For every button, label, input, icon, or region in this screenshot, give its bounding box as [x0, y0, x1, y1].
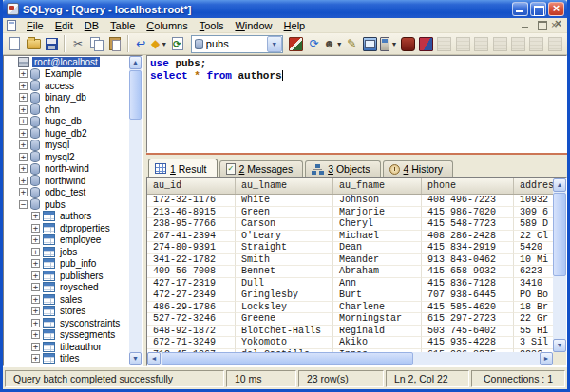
table-row[interactable]: 648-92-1872Blotchet-HallsReginald503 745… [147, 326, 553, 338]
grid-scroll-left-icon[interactable]: ◄ [147, 352, 161, 365]
tab-result[interactable]: 1 Result [148, 159, 218, 177]
table-row[interactable]: 274-80-9391StraightDean415 834-29195420 [147, 242, 553, 254]
menu-help[interactable]: Help [278, 19, 312, 32]
expand-icon[interactable]: + [19, 177, 28, 185]
grid-horizontal-scrollbar[interactable]: ◄ ► [147, 352, 553, 365]
table-row[interactable]: 486-29-1786LocksleyCharlene415 585-46201… [147, 302, 553, 314]
grid-scroll-down-icon[interactable]: ▼ [553, 339, 566, 352]
tree-item-root-localhost[interactable]: root@localhost [4, 56, 129, 68]
expand-icon[interactable]: + [31, 235, 40, 244]
grid-vscroll-thumb[interactable] [553, 193, 566, 276]
collapse-icon[interactable]: − [19, 200, 28, 209]
mdi-restore-button[interactable] [535, 19, 549, 31]
expand-icon[interactable]: + [19, 164, 28, 173]
tree-item-odbc-test[interactable]: +odbc_test [4, 187, 129, 199]
execute-mode-button[interactable]: ◆▼ [150, 34, 168, 53]
refresh-object-browser-button[interactable]: ⟳ [305, 34, 323, 53]
table-row[interactable]: 238-95-7766CarsonCheryl415 548-7723589 D [147, 218, 553, 231]
tree-scrollbar[interactable]: ▲ ▼ [129, 56, 142, 365]
maximize-button[interactable] [530, 2, 546, 16]
menu-window[interactable]: Window [229, 19, 277, 32]
tree-item-mysql[interactable]: +mysql [4, 140, 129, 152]
expand-icon[interactable]: + [31, 330, 40, 339]
copy-button[interactable] [87, 34, 105, 53]
mdi-child-icon[interactable] [7, 20, 16, 31]
new-file-button[interactable] [6, 34, 24, 53]
menu-file[interactable]: File [21, 19, 49, 32]
menu-tools[interactable]: Tools [194, 19, 230, 32]
import-data-button[interactable] [417, 34, 435, 53]
tree-item-access[interactable]: +access [4, 80, 129, 92]
grid-hscroll-thumb[interactable] [162, 352, 413, 365]
tree-item-dtproperties[interactable]: +dtproperties [4, 222, 129, 234]
cut-button[interactable]: ✂ [68, 34, 86, 53]
column-header-au_fname[interactable]: au_fname [333, 178, 422, 194]
tree-scroll-down-icon[interactable]: ▼ [129, 352, 142, 365]
tree-scroll-up-icon[interactable]: ▲ [129, 56, 142, 69]
tree-item-huge-db[interactable]: +huge_db [4, 116, 129, 128]
menu-table[interactable]: Table [104, 19, 141, 32]
expand-icon[interactable]: + [31, 224, 40, 233]
database-select[interactable]: pubs▼ [191, 35, 283, 53]
grid-vertical-scrollbar[interactable]: ▲ ▼ [553, 178, 566, 352]
execute-query-button[interactable]: ↩ [132, 34, 150, 53]
expand-icon[interactable]: + [19, 188, 28, 196]
expand-icon[interactable]: + [31, 307, 40, 315]
edit-data-button[interactable]: ✎ [342, 34, 360, 53]
tree-item-roysched[interactable]: +roysched [4, 282, 129, 294]
expand-icon[interactable]: + [31, 212, 40, 220]
column-header-au_lname[interactable]: au_lname [236, 178, 333, 194]
tree-item-jobs[interactable]: +jobs [4, 246, 129, 258]
chevron-down-icon[interactable]: ▼ [161, 41, 167, 47]
column-header-au_id[interactable]: au_id [147, 178, 236, 194]
expand-icon[interactable]: + [19, 129, 28, 138]
tree-scroll-thumb[interactable] [129, 70, 142, 120]
paste-button[interactable] [105, 34, 124, 53]
tab-messages[interactable]: 2 Messages [219, 160, 304, 177]
menu-columns[interactable]: Columns [141, 19, 193, 32]
table-row[interactable]: 409-56-7008BennetAbraham415 658-99326223 [147, 266, 553, 278]
tree-item-sysconstraints[interactable]: +sysconstraints [4, 317, 129, 329]
tree-item-syssegments[interactable]: +syssegments [4, 329, 129, 342]
expand-icon[interactable]: + [31, 319, 40, 327]
expand-icon[interactable]: + [31, 259, 40, 268]
expand-icon[interactable]: + [19, 93, 28, 102]
host-monitor-button[interactable] [361, 34, 379, 53]
open-file-button[interactable] [24, 34, 42, 53]
tab-objects[interactable]: 3 Objects [305, 160, 380, 177]
copy-database-button[interactable] [398, 34, 416, 53]
refresh-query-button[interactable] [168, 34, 186, 53]
minimize-button[interactable] [512, 2, 528, 16]
tab-history[interactable]: 4 History [383, 160, 453, 177]
table-row[interactable]: 672-71-3249YokomotoAkiko415 935-42283 Si… [147, 337, 553, 349]
column-header-phone[interactable]: phone [422, 178, 514, 194]
tree-item-pubs[interactable]: −pubs [4, 198, 129, 211]
tree-item-publishers[interactable]: +publishers [4, 270, 129, 282]
table-row[interactable]: 341-22-1782SmithMeander913 843-046210 Mi [147, 254, 553, 267]
expand-icon[interactable]: + [19, 105, 28, 114]
tree-item-mysql2[interactable]: +mysql2 [4, 151, 129, 163]
tree-item-north-wind[interactable]: +north-wind [4, 163, 129, 176]
insert-templates-button[interactable] [287, 34, 305, 53]
tree-item-titles[interactable]: +titles [4, 353, 129, 365]
expand-icon[interactable]: + [19, 82, 28, 90]
tree-item-chn[interactable]: +chn [4, 103, 129, 116]
tree-item-employee[interactable]: +employee [4, 234, 129, 247]
expand-icon[interactable]: + [19, 69, 28, 78]
expand-icon[interactable]: + [19, 140, 28, 149]
query-editor[interactable]: use pubs;select * from authors [146, 55, 567, 153]
expand-icon[interactable]: + [31, 283, 40, 291]
chevron-down-icon[interactable]: ▼ [390, 41, 397, 47]
tree-item-northwind[interactable]: +northwind [4, 175, 129, 187]
table-row[interactable]: 472-27-2349GringlesbyBurt707 938-6445PO … [147, 289, 553, 302]
tree-item-sales[interactable]: +sales [4, 293, 129, 306]
tree-item-example[interactable]: +Example [4, 68, 129, 81]
expand-icon[interactable]: + [31, 343, 40, 351]
menu-db[interactable]: DB [79, 19, 104, 32]
column-header-address[interactable]: address [514, 178, 553, 194]
tree-item-pub-info[interactable]: +pub_info [4, 258, 129, 271]
expand-icon[interactable]: + [19, 117, 28, 125]
tree-item-binary-db[interactable]: +binary_db [4, 92, 129, 104]
mdi-minimize-button[interactable] [519, 19, 533, 31]
tree-item-huge-db2[interactable]: +huge_db2 [4, 127, 129, 140]
